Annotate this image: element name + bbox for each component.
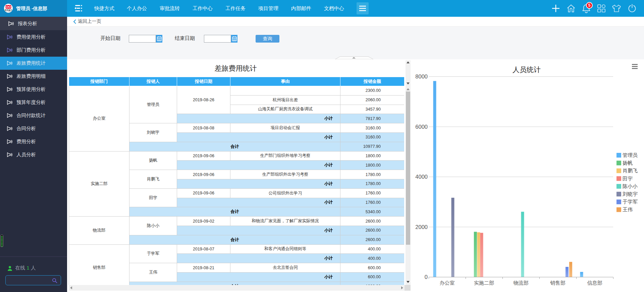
svg-text:销售部: 销售部 xyxy=(550,280,566,286)
svg-text:管理员: 管理员 xyxy=(623,152,638,158)
svg-text:王伟: 王伟 xyxy=(623,207,633,212)
svg-text:人员统计: 人员统计 xyxy=(513,66,541,73)
svg-text:ePOWER: ePOWER xyxy=(5,11,11,12)
svg-text:8000: 8000 xyxy=(415,73,428,79)
svg-text:4000: 4000 xyxy=(415,174,428,180)
svg-text:田宇: 田宇 xyxy=(623,176,633,181)
svg-text:于学军: 于学军 xyxy=(623,199,638,205)
svg-text:陈小小: 陈小小 xyxy=(623,183,638,189)
svg-text:信息部: 信息部 xyxy=(587,280,602,286)
svg-text:办公室: 办公室 xyxy=(440,280,455,286)
svg-text:物流部: 物流部 xyxy=(514,280,529,286)
svg-text:实施二部: 实施二部 xyxy=(474,280,494,286)
svg-text:2000: 2000 xyxy=(415,224,428,230)
svg-text:扬帆: 扬帆 xyxy=(623,160,633,166)
svg-text:6000: 6000 xyxy=(415,124,428,130)
svg-text:0: 0 xyxy=(425,274,428,280)
svg-text:肖鹏飞: 肖鹏飞 xyxy=(623,168,638,173)
svg-text:刘晓宇: 刘晓宇 xyxy=(623,191,638,197)
